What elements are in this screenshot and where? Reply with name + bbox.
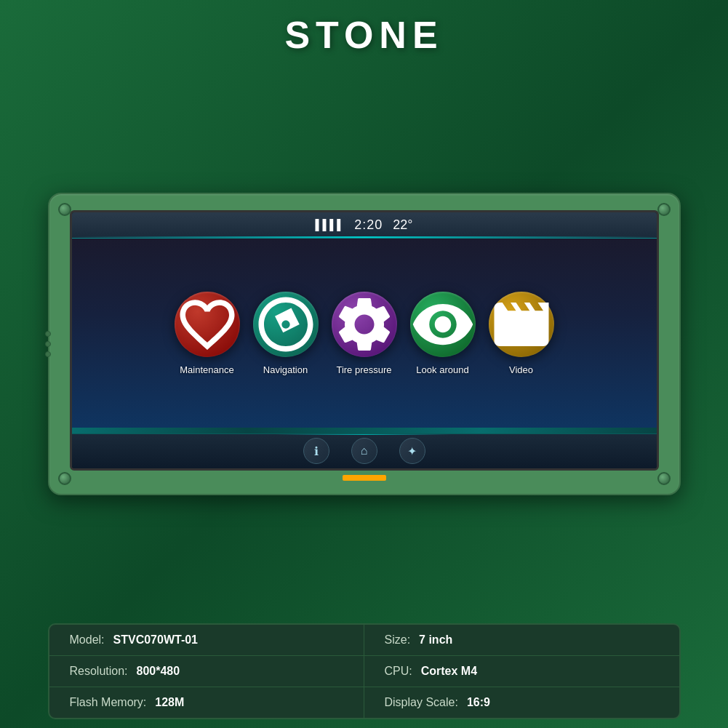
status-bar: ▌▌▌▌ 2:20 22° (72, 212, 657, 239)
spec-flash-label: Flash Memory: 128M (49, 687, 364, 718)
app-item-navigation[interactable]: Navigation (253, 292, 319, 375)
spec-model-label: Model: STVC070WT-01 (49, 625, 364, 656)
spec-cpu-label: CPU: Cortex M4 (364, 656, 679, 687)
navigation-button[interactable] (253, 292, 319, 357)
signal-icon: ▌▌▌▌ (316, 219, 345, 231)
device-wrapper: ▌▌▌▌ 2:20 22° Maintenance (0, 64, 728, 623)
screen-body: Maintenance Navigation (72, 239, 657, 428)
eye-icon (410, 292, 476, 357)
spec-size-label: Size: 7 inch (364, 625, 679, 656)
connector-dot-3 (45, 351, 51, 357)
screw-top-left (58, 203, 71, 216)
maintenance-label: Maintenance (180, 364, 233, 375)
lookaround-button[interactable] (410, 292, 476, 357)
app-item-maintenance[interactable]: Maintenance (175, 292, 240, 375)
screw-top-right (657, 203, 671, 216)
screw-bottom-right (657, 472, 671, 485)
gear-icon (332, 292, 397, 357)
maintenance-button[interactable] (175, 292, 240, 357)
status-center: ▌▌▌▌ 2:20 22° (316, 217, 413, 233)
connector-pins (343, 475, 386, 481)
screw-bottom-left (58, 472, 71, 485)
nav-info-button[interactable]: ℹ (303, 438, 329, 464)
app-item-tire[interactable]: Tire pressure (332, 292, 397, 375)
connector-dot-1 (45, 331, 51, 337)
video-label: Video (509, 364, 533, 375)
lookaround-label: Look around (416, 364, 468, 375)
tire-label: Tire pressure (336, 364, 391, 375)
connector-left (45, 331, 51, 357)
screen: ▌▌▌▌ 2:20 22° Maintenance (70, 210, 659, 471)
connector-strip (70, 475, 659, 481)
navigation-label: Navigation (263, 364, 308, 375)
video-button[interactable] (489, 292, 554, 357)
tire-button[interactable] (332, 292, 397, 357)
nav-home-button[interactable]: ⌂ (351, 438, 377, 464)
app-item-lookaround[interactable]: Look around (410, 292, 476, 375)
spec-display-scale-label: Display Scale: 16:9 (364, 687, 679, 718)
compass-icon (253, 292, 319, 357)
bottom-nav: ℹ ⌂ ✦ (72, 433, 657, 468)
connector-dot-2 (45, 341, 51, 347)
wrench-icon (175, 292, 240, 357)
nav-settings-button[interactable]: ✦ (399, 438, 425, 464)
film-icon (489, 292, 554, 357)
temperature-display: 22° (393, 217, 412, 233)
time-display: 2:20 (354, 217, 383, 233)
brand-title: STONE (284, 13, 443, 57)
device-board: ▌▌▌▌ 2:20 22° Maintenance (48, 193, 681, 495)
app-grid: Maintenance Navigation (175, 292, 554, 375)
app-item-video[interactable]: Video (489, 292, 554, 375)
screen-bottom-strip (72, 428, 657, 433)
spec-resolution-label: Resolution: 800*480 (49, 656, 364, 687)
specs-table: Model: STVC070WT-01 Size: 7 inch Resolut… (48, 623, 681, 719)
header: STONE (0, 0, 728, 64)
